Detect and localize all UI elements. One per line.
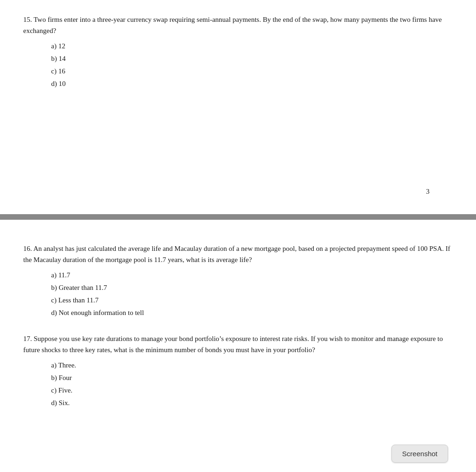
- option-15b: b) 14: [51, 52, 453, 65]
- question-17-body: Suppose you use key rate durations to ma…: [23, 335, 443, 354]
- question-17-block: 17. Suppose you use key rate durations t…: [23, 333, 453, 409]
- question-16-options: a) 11.7 b) Greater than 11.7 c) Less tha…: [51, 269, 453, 319]
- page-top: 15. Two firms enter into a three-year cu…: [0, 0, 476, 214]
- question-16-block: 16. An analyst has just calculated the a…: [23, 243, 453, 319]
- question-15-number: 15.: [23, 16, 33, 23]
- page-number: 3: [23, 188, 453, 205]
- page-bottom: 16. An analyst has just calculated the a…: [0, 220, 476, 437]
- spacer-top: [23, 104, 453, 188]
- screenshot-button[interactable]: Screenshot: [391, 445, 448, 463]
- option-15a: a) 12: [51, 40, 453, 52]
- option-15c: c) 16: [51, 65, 453, 78]
- question-15-text: 15. Two firms enter into a three-year cu…: [23, 14, 453, 36]
- question-15-block: 15. Two firms enter into a three-year cu…: [23, 14, 453, 90]
- question-15-options: a) 12 b) 14 c) 16 d) 10: [51, 40, 453, 90]
- option-17d: d) Six.: [51, 397, 453, 409]
- question-17-number: 17.: [23, 335, 34, 342]
- option-16d: d) Not enough information to tell: [51, 307, 453, 319]
- question-15-body: Two firms enter into a three-year curren…: [23, 16, 442, 34]
- question-16-text: 16. An analyst has just calculated the a…: [23, 243, 453, 265]
- option-17b: b) Four: [51, 372, 453, 384]
- question-17-text: 17. Suppose you use key rate durations t…: [23, 333, 453, 355]
- option-16b: b) Greater than 11.7: [51, 282, 453, 294]
- question-16-body: An analyst has just calculated the avera…: [23, 245, 450, 263]
- option-17a: a) Three.: [51, 359, 453, 372]
- option-16a: a) 11.7: [51, 269, 453, 282]
- question-17-options: a) Three. b) Four c) Five. d) Six.: [51, 359, 453, 409]
- question-16-number: 16.: [23, 245, 33, 252]
- page-divider: [0, 214, 476, 220]
- option-17c: c) Five.: [51, 384, 453, 397]
- option-16c: c) Less than 11.7: [51, 294, 453, 307]
- option-15d: d) 10: [51, 78, 453, 90]
